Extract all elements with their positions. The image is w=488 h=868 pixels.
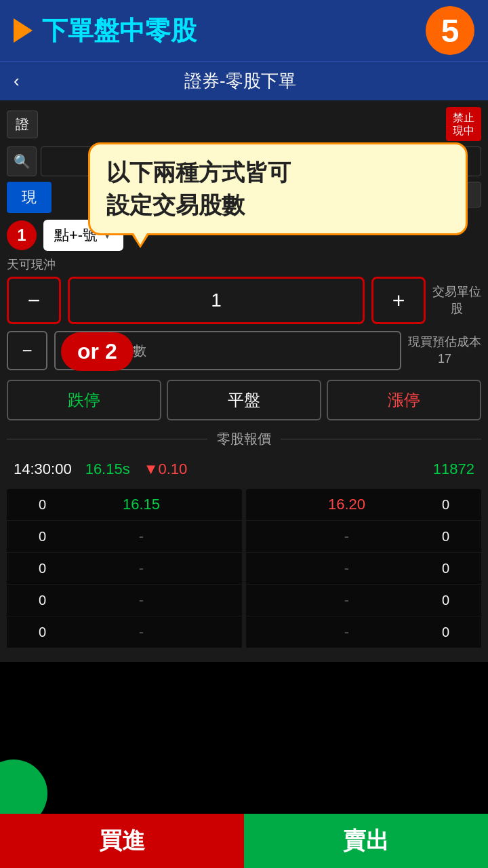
book-row-sell-3: - 0 [246,553,481,585]
back-button[interactable]: ‹ [14,71,20,92]
qty-unit-info: 交易單位 股 [432,283,481,317]
quote-volume: 11872 [433,460,474,478]
book-row-sell-2: - 0 [246,521,481,553]
book-row-buy-3: 0 - [7,553,242,585]
quote-change: ▼0.10 [144,460,188,478]
tab-active-button[interactable]: 現 [7,182,52,213]
qty2-minus-button[interactable]: − [7,331,47,370]
divider-line-left [7,439,207,439]
qty-label: 天可現沖 [7,256,481,273]
qty-value-display[interactable]: 1 [68,277,365,324]
badge-number: 5 [426,6,474,55]
nav-bar: ‹ 證券-零股下單 [0,61,488,100]
tab-row: 證 禁止 現中 [7,107,481,141]
quote-price: 16.15s [85,460,130,478]
book-row-sell-5: - 0 [246,616,481,648]
book-row-buy-1: 0 16.15 [7,489,242,521]
tooltip-bubble: 以下兩種方式皆可設定交易股數 [88,142,468,235]
qty-minus-button[interactable]: − [7,277,61,324]
sell-button[interactable]: 賣出 [244,814,488,868]
buy-button[interactable]: 買進 [0,814,244,868]
fall-stop-button[interactable]: 跌停 [7,380,161,420]
or2-badge: or 2 [61,332,134,371]
book-row-sell-1: 16.20 0 [246,489,481,521]
forbidden-badge: 禁止 現中 [446,107,481,141]
price-buttons: 跌停 平盤 漲停 [7,380,481,420]
play-icon [14,18,33,43]
book-row-buy-4: 0 - [7,585,242,616]
buy-side: 0 16.15 0 - 0 - 0 - 0 - [7,489,242,648]
flat-button[interactable]: 平盤 [167,380,321,420]
qty-plus-button[interactable]: + [371,277,426,324]
top-header: 下單盤中零股 5 [0,0,488,61]
book-row-buy-5: 0 - [7,616,242,648]
qty-row: − 1 + 交易單位 股 [7,277,481,324]
cost-info: 現買預估成本 17 [408,334,481,368]
divider-label: 零股報價 [207,430,281,448]
book-row-sell-4: - 0 [246,585,481,616]
header-title: 下單盤中零股 [42,14,197,48]
tab-cert[interactable]: 證 [7,111,38,138]
divider-row: 零股報價 [7,430,481,448]
qty-row-2: − or 2 輸入交易股數 現買預估成本 17 [7,331,481,370]
quote-time: 14:30:00 [14,460,72,478]
nav-title: 證券-零股下單 [33,69,447,93]
book-row-buy-2: 0 - [7,521,242,553]
sell-side: 16.20 0 - 0 - 0 - 0 - 0 [246,489,481,648]
order-book: 0 16.15 0 - 0 - 0 - 0 - 16.20 [7,489,481,648]
quote-row: 14:30:00 16.15s ▼0.10 11872 [7,455,481,484]
step-1-circle: 1 [7,220,37,250]
bottom-bar: 買進 賣出 [0,814,488,868]
search-icon[interactable]: 🔍 [7,146,37,176]
rise-stop-button[interactable]: 漲停 [327,380,481,420]
main-content: 以下兩種方式皆可設定交易股數 證 禁止 現中 🔍 現 品 1 點+-號 ▼ 天可… [0,100,488,662]
divider-line-right [281,439,481,439]
tooltip-text: 以下兩種方式皆可設定交易股數 [106,157,449,221]
